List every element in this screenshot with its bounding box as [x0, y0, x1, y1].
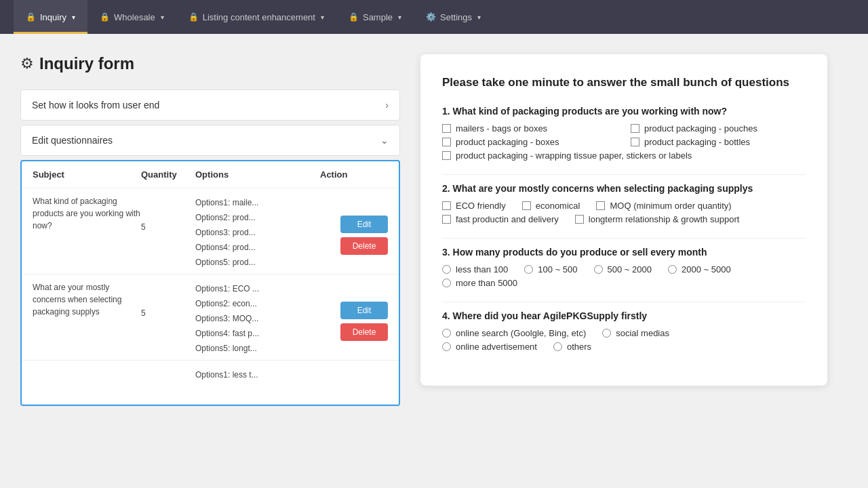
checkbox-q1-5[interactable] — [442, 151, 451, 160]
radio-q4-1[interactable] — [442, 329, 451, 338]
option-2-4: Options4: fast p... — [195, 329, 320, 338]
question-block-2: 2. What are your mostly concerns when se… — [442, 183, 806, 224]
col-subject: Subject — [33, 169, 141, 180]
q2-options-row2: fast productin and delivery longterm rel… — [442, 214, 806, 224]
nav-item-settings[interactable]: ⚙️ Settings ▾ — [414, 0, 493, 34]
lock-icon-sample: 🔒 — [349, 12, 359, 22]
radio-q3-1[interactable] — [442, 265, 451, 274]
col-quantity: Quantity — [141, 169, 195, 180]
edit-button-1[interactable]: Edit — [340, 216, 388, 233]
delete-button-2[interactable]: Delete — [340, 323, 388, 341]
q3-opt3[interactable]: 500 ~ 2000 — [594, 264, 652, 274]
divider-1 — [442, 174, 806, 175]
q1-opt1[interactable]: mailers - bags or boxes — [442, 123, 617, 134]
set-looks-label: Set how it looks from user end — [32, 100, 159, 110]
q2-text: What are your mostly concerns when selec… — [453, 183, 753, 194]
chevron-listing: ▾ — [321, 14, 324, 21]
top-nav: 🔒 Inquiry ▾ 🔒 Wholesale ▾ 🔒 Listing cont… — [0, 0, 868, 34]
table-row: Options1: less t... — [22, 361, 399, 405]
option-1-4: Options4: prod... — [195, 243, 320, 252]
right-panel: Please take one minute to answer the sma… — [400, 54, 848, 474]
q2-opt1[interactable]: ECO friendly — [442, 201, 506, 211]
checkbox-q2-1[interactable] — [442, 201, 451, 210]
left-panel: ⚙ Inquiry form Set how it looks from use… — [20, 54, 400, 474]
option-1-2: Options2: prod... — [195, 213, 320, 222]
lock-icon-inquiry: 🔒 — [26, 12, 36, 22]
radio-q4-3[interactable] — [442, 342, 451, 351]
checkbox-q2-4[interactable] — [442, 215, 451, 224]
q4-options: online search (Goolgle, Bing, etc) socia… — [442, 328, 806, 352]
q3-text: How many products do you produce or sell… — [453, 247, 707, 258]
q2-opt4[interactable]: fast productin and delivery — [442, 214, 559, 224]
q3-number: 3. — [442, 247, 450, 258]
q3-opt1[interactable]: less than 100 — [442, 264, 508, 274]
radio-q3-2[interactable] — [524, 265, 533, 274]
checkbox-q2-2[interactable] — [522, 201, 531, 210]
checkbox-q1-2[interactable] — [631, 124, 639, 133]
option-1-3: Options3: prod... — [195, 228, 320, 237]
checkbox-q2-5[interactable] — [575, 215, 584, 224]
radio-q4-2[interactable] — [602, 329, 611, 338]
nav-label-inquiry: Inquiry — [40, 12, 66, 22]
nav-item-sample[interactable]: 🔒 Sample ▾ — [336, 0, 414, 34]
checkbox-q1-1[interactable] — [442, 124, 451, 133]
checkbox-q2-3[interactable] — [596, 201, 605, 210]
lock-icon-listing: 🔒 — [189, 12, 199, 22]
q1-opt2[interactable]: product packaging - pouches — [631, 123, 806, 134]
q1-opt3[interactable]: product packaging - boxes — [442, 137, 617, 147]
divider-2 — [442, 238, 806, 239]
radio-q4-4[interactable] — [553, 342, 562, 351]
option-2-1: Options1: ECO ... — [195, 284, 320, 293]
set-looks-header[interactable]: Set how it looks from user end › — [21, 90, 399, 120]
radio-q3-4[interactable] — [668, 265, 677, 274]
edit-questionnaires-header[interactable]: Edit questionnaires ⌄ — [21, 125, 399, 155]
q2-opt5[interactable]: longterm relationship & growth support — [575, 214, 740, 224]
preview-title: Please take one minute to answer the sma… — [442, 75, 806, 91]
radio-q3-3[interactable] — [594, 265, 603, 274]
option-1-5: Options5: prod... — [195, 258, 320, 267]
radio-q3-5[interactable] — [442, 279, 451, 287]
edit-button-2[interactable]: Edit — [340, 302, 388, 319]
q4-opt4[interactable]: others — [553, 342, 591, 352]
checkbox-q1-4[interactable] — [631, 138, 639, 146]
nav-item-inquiry[interactable]: 🔒 Inquiry ▾ — [14, 0, 87, 34]
delete-button-1[interactable]: Delete — [340, 237, 388, 255]
subject-cell-2: What are your mostly concerns when selec… — [33, 281, 141, 318]
q4-text: Where did you hear AgilePKGSupply firstl… — [453, 310, 648, 321]
preview-card: Please take one minute to answer the sma… — [420, 54, 827, 386]
table-row: What are your mostly concerns when selec… — [22, 274, 399, 361]
main-layout: ⚙ Inquiry form Set how it looks from use… — [0, 34, 868, 488]
nav-item-listing[interactable]: 🔒 Listing content enhancement ▾ — [176, 0, 336, 34]
table-header: Subject Quantity Options Action — [22, 161, 399, 188]
chevron-settings: ▾ — [477, 14, 481, 21]
q3-opt2[interactable]: 100 ~ 500 — [524, 264, 577, 274]
divider-3 — [442, 302, 806, 302]
nav-item-wholesale[interactable]: 🔒 Wholesale ▾ — [87, 0, 176, 34]
quantity-cell-2: 5 — [141, 281, 195, 318]
q2-number: 2. — [442, 183, 450, 194]
q2-opt2[interactable]: economical — [522, 201, 580, 211]
q4-opt2[interactable]: social medias — [602, 328, 669, 338]
option-2-2: Options2: econ... — [195, 299, 320, 308]
options-cell-3: Options1: less t... — [195, 367, 320, 380]
q1-options-row3: product packaging - wrapping tissue pape… — [442, 150, 806, 161]
checkbox-q1-3[interactable] — [442, 138, 451, 146]
q3-opt5[interactable]: more than 5000 — [442, 278, 517, 288]
q4-opt1[interactable]: online search (Goolgle, Bing, etc) — [442, 328, 586, 338]
q4-number: 4. — [442, 310, 450, 321]
q3-options-row2: more than 5000 — [442, 278, 806, 288]
nav-label-listing: Listing content enhancement — [203, 12, 315, 22]
q1-options-row2: product packaging - boxes product packag… — [442, 137, 806, 147]
subject-cell-1: What kind of packaging products are you … — [33, 195, 141, 232]
q1-opt5[interactable]: product packaging - wrapping tissue pape… — [442, 150, 692, 161]
quantity-cell-3 — [141, 367, 195, 394]
q4-options-row1: online search (Goolgle, Bing, etc) socia… — [442, 328, 806, 338]
q3-opt4[interactable]: 2000 ~ 5000 — [668, 264, 731, 274]
q2-opt3[interactable]: MOQ (minimum order quantity) — [596, 201, 731, 211]
q1-opt4[interactable]: product packaging - bottles — [631, 137, 806, 147]
questions-table: Subject Quantity Options Action What kin… — [20, 160, 400, 406]
nav-label-wholesale: Wholesale — [114, 12, 155, 22]
question-label-1: 1. What kind of packaging products are y… — [442, 106, 806, 117]
q4-opt3[interactable]: online advertisement — [442, 342, 537, 352]
option-1-1: Options1: maile... — [195, 198, 320, 207]
